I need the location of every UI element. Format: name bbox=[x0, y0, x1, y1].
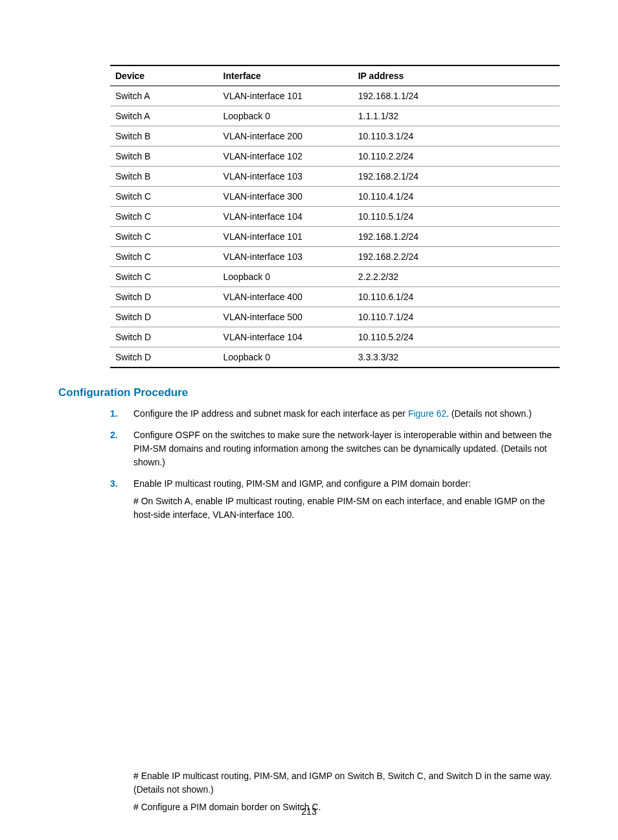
table-row: Switch BVLAN-interface 103192.168.2.1/24 bbox=[110, 167, 560, 187]
table-cell: Switch C bbox=[110, 187, 218, 207]
table-row: Switch BVLAN-interface 10210.110.2.2/24 bbox=[110, 146, 560, 167]
step-2: 2. Configure OSPF on the switches to mak… bbox=[110, 428, 560, 469]
step-text-pre: Configure the IP address and subnet mask… bbox=[133, 408, 408, 419]
steps-list: 1. Configure the IP address and subnet m… bbox=[110, 407, 560, 522]
table-cell: Switch C bbox=[110, 247, 218, 267]
table-cell: 10.110.6.1/24 bbox=[353, 287, 560, 307]
table-cell: VLAN-interface 104 bbox=[218, 327, 353, 347]
section-heading: Configuration Procedure bbox=[58, 386, 560, 399]
table-row: Switch CVLAN-interface 101192.168.1.2/24 bbox=[110, 227, 560, 247]
table-cell: 10.110.5.1/24 bbox=[353, 207, 560, 227]
table-cell: 3.3.3.3/32 bbox=[353, 347, 560, 368]
table-cell: Loopback 0 bbox=[218, 106, 353, 126]
table-cell: 10.110.7.1/24 bbox=[353, 307, 560, 327]
table-cell: 192.168.2.1/24 bbox=[353, 167, 560, 187]
table-cell: 1.1.1.1/32 bbox=[353, 106, 560, 126]
table-cell: VLAN-interface 102 bbox=[218, 146, 353, 167]
table-cell: 2.2.2.2/32 bbox=[353, 267, 560, 287]
table-cell: 192.168.2.2/24 bbox=[353, 247, 560, 267]
table-cell: VLAN-interface 104 bbox=[218, 207, 353, 227]
table-cell: 10.110.3.1/24 bbox=[353, 126, 560, 146]
table-cell: Switch B bbox=[110, 126, 218, 146]
step-text: Configure OSPF on the switches to make s… bbox=[133, 430, 552, 467]
table-cell: VLAN-interface 300 bbox=[218, 187, 353, 207]
step-1: 1. Configure the IP address and subnet m… bbox=[110, 407, 560, 421]
table-cell: VLAN-interface 103 bbox=[218, 167, 353, 187]
table-cell: Switch D bbox=[110, 307, 218, 327]
table-cell: 10.110.5.2/24 bbox=[353, 327, 560, 347]
table-row: Switch CVLAN-interface 30010.110.4.1/24 bbox=[110, 187, 560, 207]
table-cell: 10.110.4.1/24 bbox=[353, 187, 560, 207]
table-row: Switch DLoopback 03.3.3.3/32 bbox=[110, 347, 560, 368]
table-header-row: Device Interface IP address bbox=[110, 65, 560, 86]
col-interface: Interface bbox=[218, 65, 353, 86]
table-row: Switch ALoopback 01.1.1.1/32 bbox=[110, 106, 560, 126]
table-cell: Switch D bbox=[110, 327, 218, 347]
table-cell: VLAN-interface 200 bbox=[218, 126, 353, 146]
table-row: Switch CVLAN-interface 10410.110.5.1/24 bbox=[110, 207, 560, 227]
table-cell: Switch B bbox=[110, 167, 218, 187]
col-device: Device bbox=[110, 65, 218, 86]
table-cell: VLAN-interface 101 bbox=[218, 227, 353, 247]
table-cell: Switch A bbox=[110, 106, 218, 126]
step-text-post: . (Details not shown.) bbox=[446, 408, 532, 419]
table-cell: VLAN-interface 103 bbox=[218, 247, 353, 267]
step-paragraph: # On Switch A, enable IP multicast routi… bbox=[133, 495, 560, 522]
table-row: Switch DVLAN-interface 10410.110.5.2/24 bbox=[110, 327, 560, 347]
table-cell: Switch B bbox=[110, 146, 218, 167]
step-text: Enable IP multicast routing, PIM-SM and … bbox=[133, 478, 471, 489]
table-cell: Switch C bbox=[110, 267, 218, 287]
table-cell: VLAN-interface 101 bbox=[218, 86, 353, 106]
table-row: Switch CLoopback 02.2.2.2/32 bbox=[110, 267, 560, 287]
table-cell: VLAN-interface 400 bbox=[218, 287, 353, 307]
table-row: Switch DVLAN-interface 50010.110.7.1/24 bbox=[110, 307, 560, 327]
table-row: Switch CVLAN-interface 103192.168.2.2/24 bbox=[110, 247, 560, 267]
interface-table: Device Interface IP address Switch AVLAN… bbox=[110, 65, 560, 368]
table-cell: Switch D bbox=[110, 287, 218, 307]
table-cell: VLAN-interface 500 bbox=[218, 307, 353, 327]
table-cell: 192.168.1.1/24 bbox=[353, 86, 560, 106]
table-row: Switch AVLAN-interface 101192.168.1.1/24 bbox=[110, 86, 560, 106]
bottom-p1: # Enable IP multicast routing, PIM-SM, a… bbox=[133, 769, 560, 797]
table-cell: Loopback 0 bbox=[218, 347, 353, 368]
table-cell: Switch C bbox=[110, 207, 218, 227]
col-ipaddress: IP address bbox=[353, 65, 560, 86]
table-row: Switch DVLAN-interface 40010.110.6.1/24 bbox=[110, 287, 560, 307]
step-number: 3. bbox=[110, 477, 118, 491]
page-number: 213 bbox=[0, 806, 618, 817]
table-row: Switch BVLAN-interface 20010.110.3.1/24 bbox=[110, 126, 560, 146]
table-cell: Switch D bbox=[110, 347, 218, 368]
step-3: 3. Enable IP multicast routing, PIM-SM a… bbox=[110, 477, 560, 522]
figure-ref[interactable]: Figure 62 bbox=[408, 408, 446, 419]
table-cell: Switch A bbox=[110, 86, 218, 106]
table-cell: Loopback 0 bbox=[218, 267, 353, 287]
step-number: 1. bbox=[110, 407, 118, 421]
table-cell: 192.168.1.2/24 bbox=[353, 227, 560, 247]
table-cell: 10.110.2.2/24 bbox=[353, 146, 560, 167]
table-cell: Switch C bbox=[110, 227, 218, 247]
step-number: 2. bbox=[110, 428, 118, 442]
